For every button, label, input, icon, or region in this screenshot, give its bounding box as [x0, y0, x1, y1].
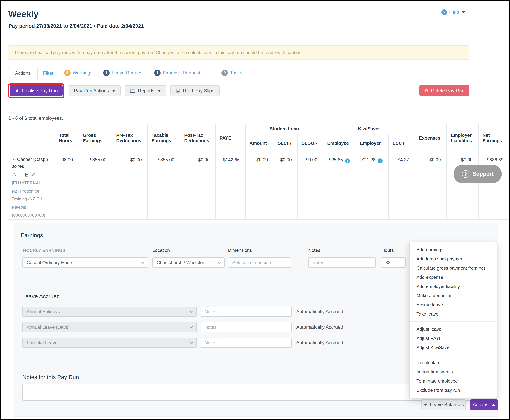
expense-request-count-badge: 1 [154, 70, 161, 76]
menu-item-import-timesheets[interactable]: Import timesheets [410, 367, 497, 376]
earnings-section-title: Earnings [21, 232, 43, 239]
employee-name[interactable]: Casper (Caspi) Jones [12, 156, 49, 170]
paye-value: $142.66 [216, 152, 246, 219]
tab-expense-request[interactable]: 1 Expense Request [149, 67, 206, 80]
hours-input[interactable] [382, 257, 406, 268]
esct-value: $4.37 [388, 152, 415, 219]
tab-tasks[interactable]: 2 Tasks [216, 67, 248, 80]
menu-item-add-earnings[interactable]: Add earnings [410, 245, 497, 254]
net-earnings-value: $686.69 [478, 152, 509, 219]
delete-pay-run-button[interactable]: Delete Pay Run [420, 85, 469, 96]
leave-type-select-parental-leave[interactable]: Parental Leave [22, 338, 197, 348]
location-label: Location [152, 248, 170, 253]
group-student-loan: Student Loan [246, 124, 323, 134]
leave-notes-input-annual-holidays[interactable] [201, 307, 292, 317]
tasks-count-badge: 2 [221, 70, 228, 76]
col-slcir: SLCIR [274, 134, 298, 152]
expenses-value: $0.00 [415, 152, 447, 219]
kiwisaver-employee-value: $25.65i [323, 152, 356, 219]
collapse-employee-chevron-icon[interactable] [12, 158, 16, 162]
tab-leave-request[interactable]: 1 Leave Request [98, 67, 149, 80]
employer-liabilities-value: $0.00 [447, 152, 478, 219]
col-kiwisaver-employer: Employer [356, 134, 388, 152]
menu-item-recalculate[interactable]: Recalculate [410, 358, 497, 367]
leave-balances-button[interactable]: ✈ Leave Balances [421, 399, 466, 410]
warning-icon[interactable]: ⚠ [12, 172, 16, 177]
help-question-icon: ? [441, 9, 447, 15]
employee-actions-button[interactable]: Actions [470, 399, 498, 410]
menu-item-take-leave[interactable]: Take leave [410, 309, 497, 319]
kiwisaver-employee-info-icon[interactable]: i [345, 158, 350, 163]
col-total-hours: Total Hours [55, 124, 79, 152]
dimensions-select[interactable]: Select a dimension [228, 257, 291, 268]
warnings-count-badge: 5 [64, 70, 71, 76]
kiwisaver-employer-info-icon[interactable]: i [378, 158, 382, 163]
menu-item-make-a-deduction[interactable]: Make a deduction [410, 291, 497, 300]
slbor-value: $0.00 [298, 152, 323, 219]
draft-pay-slips-button[interactable]: Draft Pay Slips [171, 85, 220, 96]
employee-action-icons: ⚠ [12, 172, 49, 177]
pay-run-toolbar: Finalise Pay Run Pay Run Actions Reports… [8, 83, 469, 98]
edit-pencil-icon[interactable] [31, 172, 35, 177]
chevron-down-icon [112, 90, 115, 92]
leave-request-count-badge: 1 [103, 70, 110, 76]
finalise-pay-run-button[interactable]: Finalise Pay Run [10, 85, 63, 96]
leave-status-annual-leave-days: Automatically Accrued [296, 322, 343, 332]
payslip-notes-icon[interactable] [25, 172, 29, 177]
employee-column-header [8, 124, 55, 152]
chevron-down-icon [218, 260, 221, 264]
student-loan-amount-value: $0.00 [246, 152, 274, 219]
menu-item-terminate-employee[interactable]: Terminate employee [410, 376, 497, 386]
employee-row: Casper (Caspi) Jones ⚠ [EH INTERNAL NZ] … [8, 152, 509, 219]
leave-type-select-annual-holidays[interactable]: Annual Holidays [22, 307, 197, 317]
menu-item-accrue-leave[interactable]: Accrue leave [410, 300, 497, 309]
chevron-down-icon [462, 11, 465, 13]
hourly-earnings-label: HOURLY EARNINGS [23, 248, 66, 253]
menu-divider [410, 321, 497, 322]
tab-warnings[interactable]: 5 Warnings [59, 67, 98, 80]
payslip-document-icon [176, 88, 180, 93]
menu-item-adjust-paye[interactable]: Adjust PAYE [410, 334, 497, 343]
menu-item-adjust-leave[interactable]: Adjust leave [410, 324, 497, 334]
col-post-tax-deductions: Post-Tax Deductions [180, 124, 216, 152]
hours-label: Hours [382, 248, 394, 253]
menu-item-exclude-from-pay-run[interactable]: Exclude from pay run [410, 386, 497, 395]
col-pre-tax-deductions: Pre-Tax Deductions [112, 124, 148, 152]
pay-run-tabs: Actions Filter 5 Warnings 1 Leave Reques… [8, 67, 469, 80]
menu-divider [410, 355, 497, 355]
leave-notes-input-parental-leave[interactable] [201, 338, 292, 348]
leave-status-parental-leave: Automatically Accrued [296, 338, 343, 348]
earning-notes-input[interactable] [308, 257, 376, 268]
leave-type-select-annual-leave-days[interactable]: Annual Leave (Days) [22, 322, 197, 332]
chevron-down-icon [158, 90, 161, 92]
trash-icon [424, 88, 429, 93]
employee-cell: Casper (Caspi) Jones ⚠ [EH INTERNAL NZ] … [8, 152, 55, 219]
page-title: Weekly [8, 9, 38, 19]
col-slbor: SLBOR [298, 134, 323, 152]
kiwisaver-employer-value: $21.28i [356, 152, 388, 219]
tab-actions[interactable]: Actions [8, 67, 38, 80]
slcir-value: $0.00 [274, 152, 298, 219]
reports-button[interactable]: Reports [125, 85, 166, 96]
menu-item-adjust-kiwisaver[interactable]: Adjust KiwiSaver [410, 343, 497, 352]
leave-notes-input-annual-leave-days[interactable] [201, 322, 292, 332]
pay-run-actions-button[interactable]: Pay Run Actions [69, 85, 120, 96]
menu-item-add-lump-sum-payment[interactable]: Add lump sum payment [410, 254, 497, 263]
plane-icon: ✈ [423, 402, 427, 408]
chevron-up-icon [492, 404, 495, 406]
support-button[interactable]: ? Support [454, 165, 502, 183]
menu-item-calculate-gross-payment-from-net[interactable]: Calculate gross payment from net [410, 263, 497, 273]
col-student-loan-amount: Amount [246, 134, 274, 152]
employee-business-label: [EH INTERNAL NZ] Progenitor Training (NZ… [12, 179, 48, 219]
support-question-icon: ? [462, 170, 469, 178]
employee-total-count: 6 [24, 116, 27, 121]
tab-filter[interactable]: Filter [38, 68, 59, 80]
col-expenses: Expenses [415, 124, 447, 152]
location-select[interactable]: Christchurch / Woolston [152, 257, 225, 268]
leave-status-annual-holidays: Automatically Accrued [296, 307, 343, 317]
earning-type-select[interactable]: Casual Ordinary Hours [22, 257, 148, 268]
lock-icon [15, 88, 19, 93]
menu-item-add-employer-liability[interactable]: Add employer liability [410, 282, 497, 291]
help-menu[interactable]: ? Help [441, 9, 465, 15]
menu-item-add-expense[interactable]: Add expense [410, 273, 497, 282]
